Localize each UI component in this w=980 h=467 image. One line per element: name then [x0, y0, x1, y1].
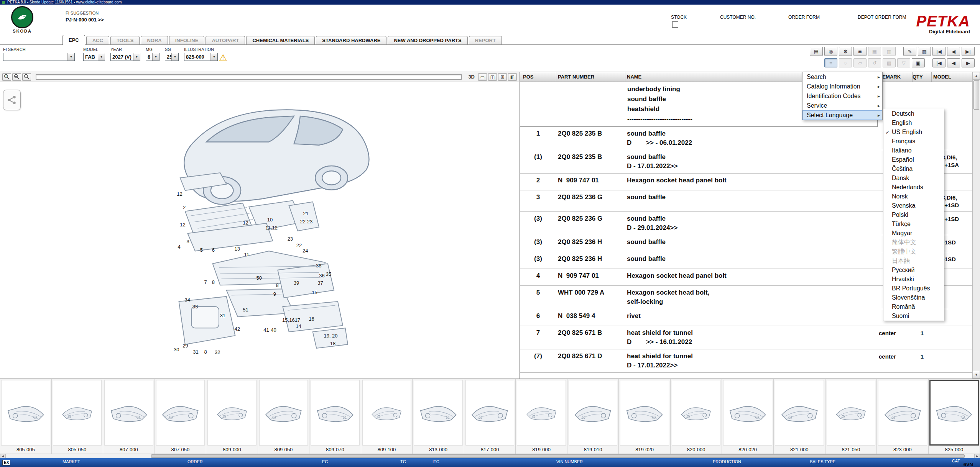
- cell-part-number[interactable]: 2Q0 825 235 B: [556, 129, 625, 138]
- cell-part-number[interactable]: 2Q0 825 236 H: [556, 254, 625, 263]
- order-form-label[interactable]: ORDER FORM: [788, 15, 820, 20]
- page-prev-button[interactable]: ◀: [947, 58, 960, 67]
- model-combo[interactable]: FAB ▼: [83, 53, 105, 61]
- language-menu-item[interactable]: Türkçe: [883, 220, 944, 229]
- language-menu-item[interactable]: Română: [883, 302, 944, 311]
- tab-standard-hardware[interactable]: STANDARD HARDWARE: [316, 36, 386, 44]
- scrollbar-thumb[interactable]: [151, 454, 965, 458]
- column-header-model[interactable]: MODEL: [932, 72, 972, 82]
- language-menu-item[interactable]: English: [883, 118, 944, 128]
- filter-button[interactable]: ▽: [897, 58, 910, 67]
- thumbnail-807-000[interactable]: 807-000: [103, 379, 155, 454]
- language-menu-item[interactable]: Polski: [883, 210, 944, 220]
- language-menu-item[interactable]: Čeština: [883, 164, 944, 174]
- cell-part-number[interactable]: N 909 747 01: [556, 176, 625, 184]
- language-menu-item[interactable]: Hrvatski: [883, 275, 944, 284]
- history-button[interactable]: ↺: [868, 58, 881, 67]
- share-button[interactable]: [3, 90, 21, 110]
- sg-combo[interactable]: 25 ▼: [165, 53, 179, 61]
- refresh-button[interactable]: ◌: [839, 58, 852, 67]
- tab-acc[interactable]: ACC: [86, 36, 109, 44]
- language-menu-item[interactable]: 繁體中文: [883, 247, 944, 256]
- tab-tools[interactable]: TOOLS: [110, 36, 140, 44]
- language-menu-item[interactable]: Slovenščina: [883, 293, 944, 302]
- language-menu-item[interactable]: 简体中文: [883, 238, 944, 247]
- tab-epc[interactable]: EPC: [62, 35, 85, 45]
- cell-part-number[interactable]: N 038 549 4: [556, 311, 625, 320]
- language-menu-item[interactable]: 日本語: [883, 256, 944, 265]
- language-menu-item[interactable]: BR Português: [883, 284, 944, 293]
- thumbnail-809-000[interactable]: 809-000: [206, 379, 258, 454]
- context-menu-item[interactable]: Identification Codes ▸: [802, 91, 882, 101]
- thumbnail-825-000[interactable]: 825-000: [929, 379, 980, 454]
- scroll-left-button[interactable]: ◀: [0, 454, 6, 458]
- thumbnail-819-020[interactable]: 819-020: [619, 379, 671, 454]
- chevron-down-icon[interactable]: ▼: [210, 53, 217, 61]
- language-menu-item[interactable]: Dansk: [883, 174, 944, 183]
- mg-combo[interactable]: 8 ▼: [146, 53, 159, 61]
- page-next-button[interactable]: ▶: [962, 58, 975, 67]
- table-row[interactable]: (7) 2Q0 825 671 D heat shield for tunnel…: [520, 349, 972, 373]
- fi-search-combo[interactable]: ▼: [3, 53, 75, 61]
- nav-prev-button[interactable]: ◀: [947, 47, 960, 56]
- export-button[interactable]: ▧: [918, 47, 931, 56]
- scrollbar-track[interactable]: [6, 454, 974, 458]
- single-view-button[interactable]: ▭: [478, 73, 487, 81]
- thumbnail-scrollbar[interactable]: ◀ ▶: [0, 454, 980, 458]
- scroll-up-button[interactable]: ▲: [973, 72, 980, 80]
- special-tools-button[interactable]: ⚙: [839, 47, 852, 56]
- cell-part-number[interactable]: 2Q0 825 235 B: [556, 152, 625, 161]
- language-menu-item[interactable]: Norsk: [883, 192, 944, 201]
- page-first-button[interactable]: |◀: [932, 58, 945, 67]
- basket-button[interactable]: ▣: [912, 58, 925, 67]
- tab-report[interactable]: REPORT: [469, 36, 502, 44]
- thumbnail-821-050[interactable]: 821-050: [825, 379, 877, 454]
- thumbnail-809-100[interactable]: 809-100: [361, 379, 413, 454]
- thumbnail-809-070[interactable]: 809-070: [309, 379, 361, 454]
- split-view-button[interactable]: ◫: [488, 73, 497, 81]
- cell-part-number[interactable]: 2Q0 825 671 B: [556, 328, 625, 337]
- thumbnail-813-000[interactable]: 813-000: [413, 379, 464, 454]
- manuals-button[interactable]: ▥: [883, 47, 896, 56]
- chevron-down-icon[interactable]: ▼: [171, 53, 178, 61]
- chevron-down-icon[interactable]: ▼: [67, 53, 74, 61]
- tab-infoline[interactable]: INFOLINE: [169, 36, 205, 44]
- print-button[interactable]: ▤: [810, 47, 823, 56]
- context-menu-item[interactable]: Search ▸: [802, 72, 882, 82]
- scroll-right-button[interactable]: ▶: [974, 454, 980, 458]
- scrollbar-thumb[interactable]: [973, 80, 979, 110]
- context-menu-item[interactable]: Catalog Information ▸: [802, 82, 882, 91]
- illustration-combo[interactable]: 825-000 ▼: [184, 53, 218, 61]
- chart-button[interactable]: ▱: [853, 58, 867, 67]
- zoom-in-button[interactable]: +: [2, 73, 11, 81]
- thumbnail-817-000[interactable]: 817-000: [464, 379, 516, 454]
- tab-new-and-dropped-parts[interactable]: NEW AND DROPPED PARTS: [388, 36, 467, 44]
- language-menu-item[interactable]: Français: [883, 137, 944, 146]
- illustration-canvas[interactable]: 12212121011,122122 232322243456131138353…: [0, 82, 519, 379]
- context-menu-item[interactable]: Service ▸: [802, 101, 882, 110]
- cell-part-number[interactable]: 2Q0 825 671 D: [556, 352, 625, 360]
- tab-chemical-materials[interactable]: CHEMICAL MATERIALS: [246, 36, 315, 44]
- thumbnail-805-005[interactable]: 805-005: [0, 379, 52, 454]
- language-menu-item[interactable]: Nederlands: [883, 183, 944, 192]
- language-menu-item[interactable]: Italiano: [883, 146, 944, 155]
- context-menu-item[interactable]: Select Language ▸: [802, 110, 882, 120]
- thumbnail-823-000[interactable]: 823-000: [877, 379, 929, 454]
- cell-part-number[interactable]: WHT 000 729 A: [556, 288, 625, 297]
- cell-part-number[interactable]: 2Q0 825 236 G: [556, 214, 625, 223]
- zoom-window-button[interactable]: [22, 73, 31, 81]
- cell-part-number[interactable]: N 909 747 01: [556, 271, 625, 280]
- language-menu-item[interactable]: Русский: [883, 265, 944, 275]
- language-menu-item[interactable]: Svenska: [883, 201, 944, 210]
- depot-order-form-label[interactable]: DEPOT ORDER FORM: [858, 15, 906, 20]
- dock-button[interactable]: ◧: [508, 73, 517, 81]
- thumbnail-820-020[interactable]: 820-020: [722, 379, 774, 454]
- language-menu-item[interactable]: Deutsch: [883, 109, 944, 118]
- cell-part-number[interactable]: 2Q0 825 236 G: [556, 193, 625, 201]
- 3d-toggle[interactable]: 3D: [466, 74, 477, 80]
- chevron-down-icon[interactable]: ▼: [133, 53, 140, 61]
- illustration-scrollbar[interactable]: [36, 74, 462, 80]
- grid-view-button[interactable]: ⊞: [498, 73, 507, 81]
- elsa-button[interactable]: ▦: [868, 47, 881, 56]
- view-menu-button[interactable]: ≡: [824, 58, 837, 67]
